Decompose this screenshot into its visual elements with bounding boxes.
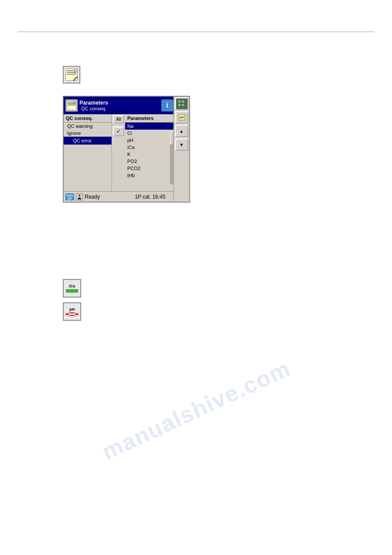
ph-red-bar [66, 312, 78, 316]
title-doc-line [68, 103, 76, 104]
auto-qc-badge: AutoQC [65, 193, 74, 200]
svg-rect-8 [182, 104, 184, 106]
status-text: Ready [85, 194, 129, 200]
title-bar: Parameters QC conseq. i [64, 97, 189, 114]
svg-rect-6 [182, 100, 184, 103]
title-doc-line [68, 105, 76, 105]
qc-error-label: QC error [73, 138, 92, 143]
cal-text: 1P cal. 16:45 [131, 194, 169, 200]
svg-rect-5 [178, 100, 181, 103]
ica-icon-panel[interactable]: iCa [63, 279, 81, 297]
person-icon [77, 194, 82, 200]
cross-icon [66, 312, 78, 316]
title-bar-left: Parameters QC conseq. [65, 99, 108, 112]
panel-title: Parameters [79, 100, 108, 106]
middle-col: All ✓ [112, 114, 125, 191]
svg-point-11 [79, 195, 80, 196]
doc-line [67, 74, 76, 75]
checkmark-icon: ✓ [67, 138, 72, 144]
auto-qc-label: AutoQC [66, 194, 73, 200]
side-buttons: ↩ [173, 97, 189, 202]
title-doc-icon [65, 99, 78, 112]
main-panel: Parameters QC conseq. i QC conseq. [63, 96, 190, 203]
svg-line-1 [77, 77, 78, 78]
title-doc-inner [67, 101, 76, 110]
qc-warning-item[interactable]: QC warning [64, 123, 111, 130]
up-arrow-icon [180, 128, 184, 134]
down-side-button[interactable] [175, 138, 188, 151]
status-person-icon [76, 193, 83, 200]
title-doc-corner [74, 101, 76, 103]
panel-subtitle: QC conseq. [81, 106, 107, 111]
ica-green-bar [66, 289, 78, 293]
svg-line-0 [73, 77, 77, 81]
grid-side-button[interactable] [175, 98, 188, 110]
ph-icon-panel[interactable]: pH [63, 302, 81, 321]
title-text-block: Parameters QC conseq. [79, 100, 108, 111]
doc-line [67, 72, 76, 73]
check-button[interactable]: ✓ [113, 127, 124, 136]
top-rule [18, 32, 374, 32]
ignore-label: Ignore [67, 131, 81, 136]
left-panel: QC conseq. QC warning Ignore ✓ QC error [64, 114, 112, 191]
up-side-button[interactable] [175, 125, 188, 137]
doc-corner [74, 69, 77, 72]
ica-label: iCa [69, 284, 75, 288]
page-container: Parameters QC conseq. i QC conseq. [0, 0, 392, 555]
content-area: QC conseq. QC warning Ignore ✓ QC error … [64, 114, 189, 191]
top-doc-icon[interactable] [63, 66, 80, 83]
down-arrow-icon [180, 141, 184, 148]
qc-error-item[interactable]: ✓ QC error [64, 137, 111, 145]
qc-warning-label: QC warning [67, 123, 93, 129]
left-panel-header: QC conseq. [64, 114, 111, 123]
grid-icon [178, 100, 186, 108]
watermark: manualshive.com [97, 355, 294, 465]
check-icon: ✓ [116, 128, 121, 134]
svg-text:↩: ↩ [180, 115, 183, 120]
info-button[interactable]: i [161, 99, 173, 112]
all-button[interactable]: All [113, 115, 124, 123]
status-bar: AutoQC Ready 1P cal. 16:45 16:26 [64, 191, 189, 202]
back-icon: ↩ [178, 114, 185, 121]
params-scrollbar[interactable] [170, 131, 173, 184]
svg-rect-7 [178, 104, 181, 106]
ignore-item[interactable]: Ignore [64, 130, 111, 137]
params-scrollbar-thumb [170, 131, 173, 145]
back-side-button[interactable]: ↩ [175, 111, 188, 123]
ph-label: pH [69, 308, 75, 312]
pen-icon [72, 76, 79, 82]
